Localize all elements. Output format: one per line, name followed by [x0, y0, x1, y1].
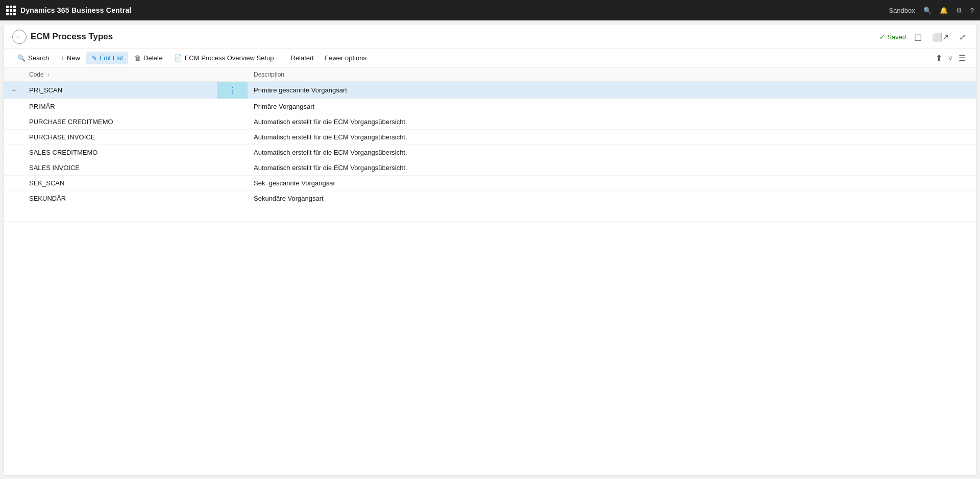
- row-arrow: [4, 191, 23, 206]
- app-title: Dynamics 365 Business Central: [20, 6, 131, 14]
- row-description: Automatisch erstellt für die ECM Vorgang…: [248, 130, 976, 145]
- row-arrow: [4, 114, 23, 130]
- row-action-cell[interactable]: [217, 160, 248, 176]
- row-action-cell[interactable]: [217, 99, 248, 114]
- row-code[interactable]: SEK_SCAN: [23, 176, 217, 191]
- row-code[interactable]: SALES INVOICE: [23, 160, 217, 176]
- page-title: ECM Process Types: [31, 32, 113, 42]
- row-description: Primäre gescannte Vorgangsart: [248, 82, 976, 99]
- delete-button[interactable]: 🗑 Delete: [129, 52, 168, 64]
- row-description: Sek. gescannte Vorgangsar: [248, 176, 976, 191]
- back-button[interactable]: ←: [12, 30, 27, 44]
- ecm-setup-icon: 📄: [174, 54, 182, 62]
- settings-nav-icon[interactable]: ⚙: [956, 7, 962, 14]
- toolbar: 🔍 Search + New ✎ Edit List 🗑 Delete 📄 EC…: [4, 49, 976, 68]
- row-code[interactable]: PRI_SCAN: [23, 82, 217, 99]
- row-action-cell[interactable]: [217, 145, 248, 160]
- filter-icon-button[interactable]: ▿: [946, 52, 954, 64]
- ecm-setup-button[interactable]: 📄 ECM Process Overview Setup: [169, 52, 279, 64]
- table-row[interactable]: →PRI_SCAN⋮Primäre gescannte Vorgangsart: [4, 82, 976, 99]
- row-code[interactable]: PRIMÄR: [23, 99, 217, 114]
- row-description: Primäre Vorgangsart: [248, 99, 976, 114]
- page-header: ← ECM Process Types ✓ Saved ◫ ⬜↗ ⤢: [4, 25, 976, 49]
- search-icon: 🔍: [17, 54, 26, 62]
- row-arrow: →: [4, 82, 23, 99]
- table-row[interactable]: SEK_SCANSek. gescannte Vorgangsar: [4, 176, 976, 191]
- row-arrow: [4, 130, 23, 145]
- row-action-cell[interactable]: [217, 130, 248, 145]
- row-action-cell[interactable]: [217, 191, 248, 206]
- related-button[interactable]: Related: [285, 52, 318, 64]
- table-row[interactable]: PRIMÄRPrimäre Vorgangsart: [4, 99, 976, 114]
- table-area: Code ↑ Description →PRI_SCAN⋮Primäre ges…: [4, 68, 976, 222]
- col-header-code-label: Code: [29, 71, 44, 78]
- row-description: Sekundäre Vorgangsart: [248, 191, 976, 206]
- toolbar-separator: [282, 53, 282, 63]
- col-header-code[interactable]: Code ↑: [23, 68, 217, 82]
- col-header-arrow: [4, 68, 23, 82]
- row-arrow-icon: →: [10, 86, 17, 94]
- row-code[interactable]: SALES CREDITMEMO: [23, 145, 217, 160]
- row-action-cell[interactable]: [217, 176, 248, 191]
- row-arrow: [4, 176, 23, 191]
- row-code[interactable]: SEKUNDÄR: [23, 191, 217, 206]
- search-button[interactable]: 🔍 Search: [12, 52, 54, 64]
- help-nav-icon[interactable]: ?: [970, 7, 974, 14]
- row-context-menu-button[interactable]: ⋮: [225, 84, 240, 96]
- col-header-action: [217, 68, 248, 82]
- fewer-options-button[interactable]: Fewer options: [320, 52, 372, 64]
- row-action-cell[interactable]: [217, 114, 248, 130]
- col-header-description: Description: [248, 68, 976, 82]
- delete-icon: 🗑: [134, 54, 141, 62]
- checkmark-icon: ✓: [879, 33, 885, 41]
- row-description: Automatisch erstellt für die ECM Vorgang…: [248, 114, 976, 130]
- sandbox-label: Sandbox: [889, 7, 915, 14]
- row-action-cell[interactable]: ⋮: [217, 82, 248, 99]
- new-button[interactable]: + New: [55, 52, 85, 64]
- share-icon-button[interactable]: ⬆: [934, 52, 944, 64]
- table-row[interactable]: PURCHASE INVOICEAutomatisch erstellt für…: [4, 130, 976, 145]
- page-container: ← ECM Process Types ✓ Saved ◫ ⬜↗ ⤢ 🔍 Sea…: [4, 25, 976, 475]
- waffle-menu-icon[interactable]: [6, 6, 15, 15]
- column-options-button[interactable]: ☰: [957, 52, 968, 64]
- saved-label: ✓ Saved: [879, 33, 906, 41]
- bookmark-icon-button[interactable]: ◫: [912, 31, 924, 43]
- top-nav-bar: Dynamics 365 Business Central Sandbox 🔍 …: [0, 0, 980, 20]
- table-header-row: Code ↑ Description: [4, 68, 976, 82]
- table-empty-row[interactable]: [4, 206, 976, 222]
- row-arrow: [4, 145, 23, 160]
- row-code[interactable]: PURCHASE CREDITMEMO: [23, 114, 217, 130]
- edit-list-button[interactable]: ✎ Edit List: [86, 52, 128, 64]
- table-row[interactable]: PURCHASE CREDITMEMOAutomatisch erstellt …: [4, 114, 976, 130]
- search-nav-icon[interactable]: 🔍: [923, 7, 932, 14]
- edit-list-icon: ✎: [91, 54, 97, 62]
- data-table: Code ↑ Description →PRI_SCAN⋮Primäre ges…: [4, 68, 976, 222]
- row-arrow: [4, 99, 23, 114]
- plus-icon: +: [60, 54, 64, 62]
- bell-nav-icon[interactable]: 🔔: [940, 7, 948, 14]
- row-code[interactable]: PURCHASE INVOICE: [23, 130, 217, 145]
- table-row[interactable]: SEKUNDÄRSekundäre Vorgangsart: [4, 191, 976, 206]
- row-arrow: [4, 160, 23, 176]
- table-row[interactable]: SALES INVOICEAutomatisch erstellt für di…: [4, 160, 976, 176]
- collapse-button[interactable]: ⤢: [957, 31, 968, 43]
- row-description: Automatisch erstellt für die ECM Vorgang…: [248, 160, 976, 176]
- row-description: Automatisch erstellt für die ECM Vorgang…: [248, 145, 976, 160]
- open-new-window-button[interactable]: ⬜↗: [930, 31, 951, 43]
- sort-asc-icon: ↑: [47, 72, 50, 78]
- table-row[interactable]: SALES CREDITMEMOAutomatisch erstellt für…: [4, 145, 976, 160]
